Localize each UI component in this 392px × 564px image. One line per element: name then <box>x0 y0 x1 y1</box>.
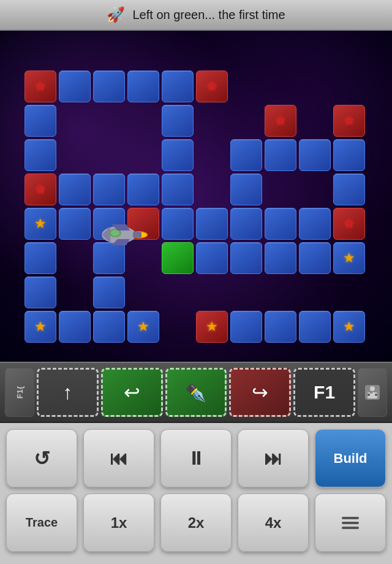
cell-3-6 <box>230 173 262 205</box>
cell-3-1 <box>59 173 91 205</box>
speed-1x-label: 1x <box>111 514 127 532</box>
cell-0-3 <box>127 70 159 102</box>
grid: ★ ★ ★ ★ ★ <box>24 70 365 362</box>
cell-1-6 <box>230 105 262 137</box>
controls-area: ↺ ⏮ ⏸ ⏭ Build Trace 1x 2x 4x <box>0 423 392 564</box>
cell-5-8 <box>299 242 331 274</box>
cell-1-3 <box>127 105 159 137</box>
cell-2-6 <box>230 139 262 171</box>
reset-icon: ↺ <box>34 447 50 470</box>
cell-6-8 <box>299 276 331 308</box>
cell-3-0: ★ <box>24 173 56 205</box>
cell-1-8 <box>299 105 331 137</box>
step-forward-button[interactable]: ⏭ <box>238 429 309 487</box>
cell-1-9: ★ <box>333 105 365 137</box>
cell-6-0 <box>24 276 56 308</box>
step-forward-icon: ⏭ <box>264 448 282 469</box>
pen-icon: ✒️ <box>185 383 206 403</box>
cell-2-4 <box>162 139 194 171</box>
controls-row1: ↺ ⏮ ⏸ ⏭ Build <box>6 429 386 487</box>
cell-6-4 <box>162 276 194 308</box>
cell-5-7 <box>265 242 296 274</box>
header-title: Left on green... the first time <box>132 8 285 22</box>
speed-4x-button[interactable]: 4x <box>238 494 309 552</box>
trace-button[interactable]: Trace <box>6 494 77 552</box>
pause-button[interactable]: ⏸ <box>160 429 232 487</box>
cell-3-4 <box>162 173 194 205</box>
cell-7-5: ★ <box>196 311 228 343</box>
cell-3-8 <box>299 173 331 205</box>
cell-7-0: ★ <box>24 311 56 343</box>
speed-1x-button[interactable]: 1x <box>83 494 154 552</box>
cell-7-7 <box>265 311 296 343</box>
cell-2-8 <box>299 139 331 171</box>
cell-3-3 <box>127 173 159 205</box>
svg-rect-17 <box>342 527 359 529</box>
cell-6-6 <box>230 276 262 308</box>
cell-7-6 <box>230 311 262 343</box>
cell-6-3 <box>127 276 159 308</box>
cell-0-0: ★ <box>24 70 56 102</box>
svg-point-5 <box>111 230 119 236</box>
toolbar-left-label: F1{ <box>5 368 34 417</box>
step-back-button[interactable]: ⏮ <box>83 429 154 487</box>
cell-5-6 <box>230 242 262 274</box>
toolbar-turn-left-button[interactable]: ↩ <box>101 368 163 417</box>
cell-5-5 <box>196 242 228 274</box>
cell-6-2 <box>93 276 125 308</box>
cell-2-7 <box>265 139 296 171</box>
cell-5-4 <box>162 242 194 274</box>
toolbar-turn-right-button[interactable]: ↪ <box>229 368 291 417</box>
turn-right-icon: ↪ <box>252 381 268 404</box>
build-button[interactable]: Build <box>315 429 386 487</box>
cell-7-2 <box>93 311 125 343</box>
cell-1-4 <box>162 105 194 137</box>
controls-row2: Trace 1x 2x 4x <box>6 494 386 552</box>
toolbar: F1{ ↑ ↩ ✒️ ↪ F1 <box>0 362 392 423</box>
toolbar-up-button[interactable]: ↑ <box>37 368 99 417</box>
cell-0-6 <box>230 70 262 102</box>
header: 🚀 Left on green... the first time <box>0 0 392 31</box>
turn-left-icon: ↩ <box>124 381 140 404</box>
cell-2-2 <box>93 139 125 171</box>
cell-4-7 <box>265 208 296 240</box>
svg-rect-16 <box>342 522 359 524</box>
cell-7-4 <box>162 311 194 343</box>
header-icon: 🚀 <box>107 6 125 23</box>
cell-1-5 <box>196 105 228 137</box>
toolbar-pen-button[interactable]: ✒️ <box>165 368 227 417</box>
cell-4-8 <box>299 208 331 240</box>
svg-point-10 <box>370 386 375 391</box>
cell-7-9: ★ <box>333 311 365 343</box>
svg-rect-15 <box>342 517 359 519</box>
cell-4-9: ★ <box>333 208 365 240</box>
cell-0-8 <box>299 70 331 102</box>
cell-0-5: ★ <box>196 70 228 102</box>
cell-2-9 <box>333 139 365 171</box>
cell-4-6 <box>230 208 262 240</box>
speed-2x-label: 2x <box>188 514 205 532</box>
cell-0-7 <box>265 70 296 102</box>
cell-6-7 <box>265 276 296 308</box>
svg-point-14 <box>375 394 377 396</box>
cell-0-9 <box>333 70 365 102</box>
speed-2x-button[interactable]: 2x <box>160 494 232 552</box>
game-area: ★ ★ ★ ★ ★ <box>0 31 392 362</box>
spaceship <box>99 219 148 250</box>
cell-2-0 <box>24 139 56 171</box>
step-back-icon: ⏮ <box>110 448 128 469</box>
toolbar-f1-button[interactable]: F1 <box>293 368 355 417</box>
svg-point-13 <box>368 394 370 396</box>
build-label: Build <box>334 451 368 467</box>
svg-rect-8 <box>133 232 141 238</box>
cell-6-9 <box>333 276 365 308</box>
cell-0-4 <box>162 70 194 102</box>
cell-6-5 <box>196 276 228 308</box>
cell-4-1 <box>59 208 91 240</box>
reset-button[interactable]: ↺ <box>6 429 77 487</box>
menu-button[interactable] <box>315 494 386 552</box>
cell-2-5 <box>196 139 228 171</box>
svg-rect-12 <box>370 391 372 394</box>
cell-4-0: ★ <box>24 208 56 240</box>
cell-2-3 <box>127 139 159 171</box>
